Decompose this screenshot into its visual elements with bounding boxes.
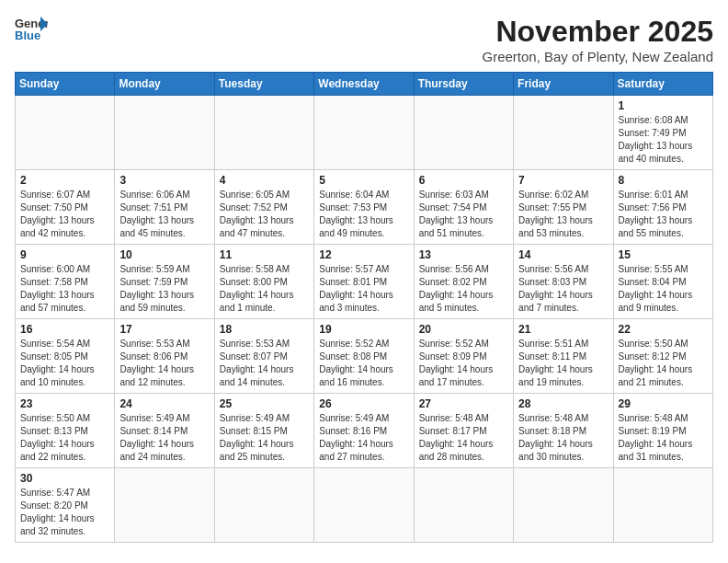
calendar-cell: 23Sunrise: 5:50 AM Sunset: 8:13 PM Dayli…	[16, 394, 115, 468]
day-info: Sunrise: 5:56 AM Sunset: 8:03 PM Dayligh…	[518, 263, 608, 315]
calendar-cell: 10Sunrise: 5:59 AM Sunset: 7:59 PM Dayli…	[115, 245, 214, 319]
calendar-cell	[314, 468, 414, 543]
calendar-cell: 7Sunrise: 6:02 AM Sunset: 7:55 PM Daylig…	[514, 170, 613, 245]
calendar-cell	[115, 96, 214, 170]
day-info: Sunrise: 5:58 AM Sunset: 8:00 PM Dayligh…	[220, 263, 309, 315]
day-info: Sunrise: 5:55 AM Sunset: 8:04 PM Dayligh…	[619, 263, 708, 315]
day-info: Sunrise: 5:49 AM Sunset: 8:16 PM Dayligh…	[319, 412, 408, 464]
day-number: 7	[518, 174, 608, 187]
day-info: Sunrise: 6:05 AM Sunset: 7:52 PM Dayligh…	[220, 189, 309, 240]
calendar-week-5: 23Sunrise: 5:50 AM Sunset: 8:13 PM Dayli…	[16, 394, 713, 468]
calendar-cell	[613, 468, 712, 543]
calendar-week-2: 2Sunrise: 6:07 AM Sunset: 7:50 PM Daylig…	[16, 170, 713, 245]
calendar-cell	[514, 468, 613, 543]
day-info: Sunrise: 5:53 AM Sunset: 8:06 PM Dayligh…	[119, 338, 209, 389]
col-header-sunday: Sunday	[16, 73, 115, 96]
day-number: 12	[319, 248, 408, 261]
col-header-monday: Monday	[115, 73, 214, 96]
calendar-table: SundayMondayTuesdayWednesdayThursdayFrid…	[15, 72, 713, 543]
day-number: 26	[319, 397, 408, 410]
day-number: 29	[619, 397, 708, 410]
col-header-tuesday: Tuesday	[214, 73, 313, 96]
calendar-week-6: 30Sunrise: 5:47 AM Sunset: 8:20 PM Dayli…	[16, 468, 713, 543]
calendar-cell: 1Sunrise: 6:08 AM Sunset: 7:49 PM Daylig…	[613, 96, 712, 170]
day-info: Sunrise: 6:06 AM Sunset: 7:51 PM Dayligh…	[119, 189, 209, 240]
day-number: 25	[220, 397, 309, 410]
day-info: Sunrise: 5:48 AM Sunset: 8:17 PM Dayligh…	[419, 412, 508, 464]
calendar-cell	[514, 96, 613, 170]
day-number: 23	[20, 397, 109, 410]
day-info: Sunrise: 5:54 AM Sunset: 8:05 PM Dayligh…	[20, 338, 109, 389]
day-number: 21	[518, 323, 608, 336]
calendar-cell: 30Sunrise: 5:47 AM Sunset: 8:20 PM Dayli…	[16, 468, 115, 543]
calendar-week-3: 9Sunrise: 6:00 AM Sunset: 7:58 PM Daylig…	[16, 245, 713, 319]
calendar-cell: 11Sunrise: 5:58 AM Sunset: 8:00 PM Dayli…	[214, 245, 313, 319]
month-title: November 2025	[482, 15, 713, 49]
calendar-cell	[16, 96, 115, 170]
calendar-cell	[414, 96, 513, 170]
day-info: Sunrise: 5:53 AM Sunset: 8:07 PM Dayligh…	[220, 338, 309, 389]
col-header-thursday: Thursday	[414, 73, 513, 96]
day-info: Sunrise: 5:51 AM Sunset: 8:11 PM Dayligh…	[518, 338, 608, 389]
day-number: 10	[119, 248, 209, 261]
location: Greerton, Bay of Plenty, New Zealand	[482, 49, 713, 64]
calendar-cell	[214, 468, 313, 543]
calendar-cell: 17Sunrise: 5:53 AM Sunset: 8:06 PM Dayli…	[115, 319, 214, 394]
day-number: 1	[619, 99, 708, 112]
day-info: Sunrise: 5:49 AM Sunset: 8:15 PM Dayligh…	[220, 412, 309, 464]
day-number: 17	[119, 323, 209, 336]
day-info: Sunrise: 6:03 AM Sunset: 7:54 PM Dayligh…	[419, 189, 508, 240]
day-info: Sunrise: 5:50 AM Sunset: 8:13 PM Dayligh…	[20, 412, 109, 464]
day-info: Sunrise: 5:47 AM Sunset: 8:20 PM Dayligh…	[20, 487, 109, 538]
day-info: Sunrise: 5:48 AM Sunset: 8:19 PM Dayligh…	[619, 412, 708, 464]
day-number: 14	[518, 248, 608, 261]
calendar-week-1: 1Sunrise: 6:08 AM Sunset: 7:49 PM Daylig…	[16, 96, 713, 170]
calendar-cell: 20Sunrise: 5:52 AM Sunset: 8:09 PM Dayli…	[414, 319, 513, 394]
day-number: 28	[518, 397, 608, 410]
calendar-header-row: SundayMondayTuesdayWednesdayThursdayFrid…	[16, 73, 713, 96]
logo-icon: General Blue	[15, 15, 48, 42]
day-info: Sunrise: 5:50 AM Sunset: 8:12 PM Dayligh…	[619, 338, 708, 389]
day-info: Sunrise: 5:57 AM Sunset: 8:01 PM Dayligh…	[319, 263, 408, 315]
day-number: 18	[220, 323, 309, 336]
calendar-cell: 27Sunrise: 5:48 AM Sunset: 8:17 PM Dayli…	[414, 394, 513, 468]
calendar-cell: 16Sunrise: 5:54 AM Sunset: 8:05 PM Dayli…	[16, 319, 115, 394]
day-info: Sunrise: 5:49 AM Sunset: 8:14 PM Dayligh…	[119, 412, 209, 464]
calendar-cell: 9Sunrise: 6:00 AM Sunset: 7:58 PM Daylig…	[16, 245, 115, 319]
calendar-cell: 18Sunrise: 5:53 AM Sunset: 8:07 PM Dayli…	[214, 319, 313, 394]
calendar-cell	[414, 468, 513, 543]
calendar-cell: 5Sunrise: 6:04 AM Sunset: 7:53 PM Daylig…	[314, 170, 414, 245]
calendar-cell: 28Sunrise: 5:48 AM Sunset: 8:18 PM Dayli…	[514, 394, 613, 468]
col-header-friday: Friday	[514, 73, 613, 96]
calendar-cell	[314, 96, 414, 170]
calendar-cell: 2Sunrise: 6:07 AM Sunset: 7:50 PM Daylig…	[16, 170, 115, 245]
calendar-cell: 29Sunrise: 5:48 AM Sunset: 8:19 PM Dayli…	[613, 394, 712, 468]
day-number: 16	[20, 323, 109, 336]
calendar-cell: 4Sunrise: 6:05 AM Sunset: 7:52 PM Daylig…	[214, 170, 313, 245]
day-number: 22	[619, 323, 708, 336]
calendar-cell: 19Sunrise: 5:52 AM Sunset: 8:08 PM Dayli…	[314, 319, 414, 394]
day-info: Sunrise: 6:04 AM Sunset: 7:53 PM Dayligh…	[319, 189, 408, 240]
day-number: 4	[220, 174, 309, 187]
day-number: 13	[419, 248, 508, 261]
day-number: 15	[619, 248, 708, 261]
day-number: 19	[319, 323, 408, 336]
calendar-cell: 6Sunrise: 6:03 AM Sunset: 7:54 PM Daylig…	[414, 170, 513, 245]
col-header-saturday: Saturday	[613, 73, 712, 96]
day-info: Sunrise: 5:56 AM Sunset: 8:02 PM Dayligh…	[419, 263, 508, 315]
day-info: Sunrise: 5:52 AM Sunset: 8:08 PM Dayligh…	[319, 338, 408, 389]
calendar-cell	[115, 468, 214, 543]
calendar-cell: 25Sunrise: 5:49 AM Sunset: 8:15 PM Dayli…	[214, 394, 313, 468]
calendar-cell: 26Sunrise: 5:49 AM Sunset: 8:16 PM Dayli…	[314, 394, 414, 468]
logo: General Blue	[15, 15, 48, 42]
day-number: 8	[619, 174, 708, 187]
day-number: 30	[20, 472, 109, 485]
calendar-cell: 24Sunrise: 5:49 AM Sunset: 8:14 PM Dayli…	[115, 394, 214, 468]
day-number: 11	[220, 248, 309, 261]
calendar-cell: 15Sunrise: 5:55 AM Sunset: 8:04 PM Dayli…	[613, 245, 712, 319]
calendar-cell: 22Sunrise: 5:50 AM Sunset: 8:12 PM Dayli…	[613, 319, 712, 394]
day-info: Sunrise: 5:59 AM Sunset: 7:59 PM Dayligh…	[119, 263, 209, 315]
day-number: 5	[319, 174, 408, 187]
day-number: 24	[119, 397, 209, 410]
day-number: 20	[419, 323, 508, 336]
